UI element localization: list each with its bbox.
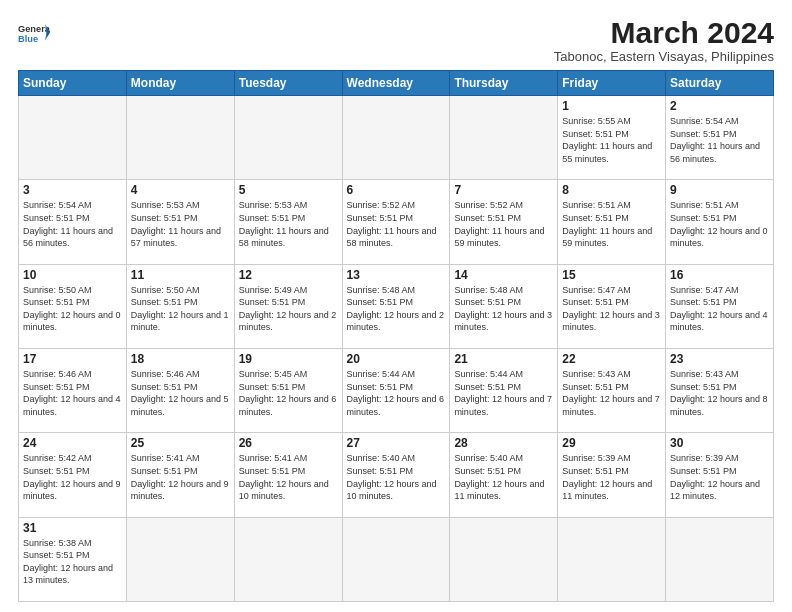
day-info: Sunrise: 5:53 AM Sunset: 5:51 PM Dayligh… xyxy=(239,199,338,249)
calendar-day-cell: 14Sunrise: 5:48 AM Sunset: 5:51 PM Dayli… xyxy=(450,264,558,348)
title-block: March 2024 Tabonoc, Eastern Visayas, Phi… xyxy=(554,16,774,64)
calendar-day-cell: 19Sunrise: 5:45 AM Sunset: 5:51 PM Dayli… xyxy=(234,348,342,432)
day-info: Sunrise: 5:38 AM Sunset: 5:51 PM Dayligh… xyxy=(23,537,122,587)
calendar-day-cell: 23Sunrise: 5:43 AM Sunset: 5:51 PM Dayli… xyxy=(666,348,774,432)
day-info: Sunrise: 5:55 AM Sunset: 5:51 PM Dayligh… xyxy=(562,115,661,165)
calendar-day-cell xyxy=(234,96,342,180)
day-info: Sunrise: 5:52 AM Sunset: 5:51 PM Dayligh… xyxy=(454,199,553,249)
day-number: 16 xyxy=(670,268,769,282)
day-info: Sunrise: 5:48 AM Sunset: 5:51 PM Dayligh… xyxy=(347,284,446,334)
day-number: 23 xyxy=(670,352,769,366)
day-info: Sunrise: 5:48 AM Sunset: 5:51 PM Dayligh… xyxy=(454,284,553,334)
day-info: Sunrise: 5:54 AM Sunset: 5:51 PM Dayligh… xyxy=(670,115,769,165)
calendar-day-cell: 4Sunrise: 5:53 AM Sunset: 5:51 PM Daylig… xyxy=(126,180,234,264)
day-number: 30 xyxy=(670,436,769,450)
day-info: Sunrise: 5:47 AM Sunset: 5:51 PM Dayligh… xyxy=(562,284,661,334)
calendar-day-cell: 28Sunrise: 5:40 AM Sunset: 5:51 PM Dayli… xyxy=(450,433,558,517)
day-info: Sunrise: 5:39 AM Sunset: 5:51 PM Dayligh… xyxy=(670,452,769,502)
calendar-day-cell xyxy=(342,517,450,601)
day-number: 4 xyxy=(131,183,230,197)
calendar-week-row: 1Sunrise: 5:55 AM Sunset: 5:51 PM Daylig… xyxy=(19,96,774,180)
day-info: Sunrise: 5:47 AM Sunset: 5:51 PM Dayligh… xyxy=(670,284,769,334)
calendar-day-cell: 18Sunrise: 5:46 AM Sunset: 5:51 PM Dayli… xyxy=(126,348,234,432)
calendar-day-cell: 26Sunrise: 5:41 AM Sunset: 5:51 PM Dayli… xyxy=(234,433,342,517)
calendar-header-wednesday: Wednesday xyxy=(342,71,450,96)
day-number: 17 xyxy=(23,352,122,366)
calendar-day-cell: 29Sunrise: 5:39 AM Sunset: 5:51 PM Dayli… xyxy=(558,433,666,517)
day-number: 9 xyxy=(670,183,769,197)
day-number: 8 xyxy=(562,183,661,197)
calendar-day-cell: 16Sunrise: 5:47 AM Sunset: 5:51 PM Dayli… xyxy=(666,264,774,348)
calendar-day-cell xyxy=(19,96,127,180)
day-number: 1 xyxy=(562,99,661,113)
page: General Blue March 2024 Tabonoc, Eastern… xyxy=(0,0,792,612)
calendar-header-friday: Friday xyxy=(558,71,666,96)
calendar-day-cell xyxy=(450,96,558,180)
day-number: 29 xyxy=(562,436,661,450)
calendar-day-cell: 12Sunrise: 5:49 AM Sunset: 5:51 PM Dayli… xyxy=(234,264,342,348)
day-info: Sunrise: 5:46 AM Sunset: 5:51 PM Dayligh… xyxy=(131,368,230,418)
calendar-header-tuesday: Tuesday xyxy=(234,71,342,96)
calendar-day-cell: 17Sunrise: 5:46 AM Sunset: 5:51 PM Dayli… xyxy=(19,348,127,432)
calendar-day-cell: 22Sunrise: 5:43 AM Sunset: 5:51 PM Dayli… xyxy=(558,348,666,432)
day-info: Sunrise: 5:44 AM Sunset: 5:51 PM Dayligh… xyxy=(454,368,553,418)
day-info: Sunrise: 5:43 AM Sunset: 5:51 PM Dayligh… xyxy=(562,368,661,418)
day-info: Sunrise: 5:44 AM Sunset: 5:51 PM Dayligh… xyxy=(347,368,446,418)
day-number: 13 xyxy=(347,268,446,282)
calendar-day-cell xyxy=(342,96,450,180)
calendar-day-cell: 3Sunrise: 5:54 AM Sunset: 5:51 PM Daylig… xyxy=(19,180,127,264)
day-number: 19 xyxy=(239,352,338,366)
day-number: 5 xyxy=(239,183,338,197)
subtitle: Tabonoc, Eastern Visayas, Philippines xyxy=(554,49,774,64)
logo: General Blue xyxy=(18,20,50,48)
calendar-day-cell: 5Sunrise: 5:53 AM Sunset: 5:51 PM Daylig… xyxy=(234,180,342,264)
day-number: 12 xyxy=(239,268,338,282)
calendar-week-row: 10Sunrise: 5:50 AM Sunset: 5:51 PM Dayli… xyxy=(19,264,774,348)
day-number: 18 xyxy=(131,352,230,366)
calendar-day-cell: 25Sunrise: 5:41 AM Sunset: 5:51 PM Dayli… xyxy=(126,433,234,517)
calendar-day-cell: 20Sunrise: 5:44 AM Sunset: 5:51 PM Dayli… xyxy=(342,348,450,432)
day-number: 20 xyxy=(347,352,446,366)
calendar-week-row: 31Sunrise: 5:38 AM Sunset: 5:51 PM Dayli… xyxy=(19,517,774,601)
day-number: 15 xyxy=(562,268,661,282)
day-info: Sunrise: 5:45 AM Sunset: 5:51 PM Dayligh… xyxy=(239,368,338,418)
calendar-day-cell: 13Sunrise: 5:48 AM Sunset: 5:51 PM Dayli… xyxy=(342,264,450,348)
calendar-day-cell: 15Sunrise: 5:47 AM Sunset: 5:51 PM Dayli… xyxy=(558,264,666,348)
day-number: 28 xyxy=(454,436,553,450)
calendar-day-cell: 6Sunrise: 5:52 AM Sunset: 5:51 PM Daylig… xyxy=(342,180,450,264)
day-info: Sunrise: 5:50 AM Sunset: 5:51 PM Dayligh… xyxy=(131,284,230,334)
calendar-day-cell xyxy=(666,517,774,601)
calendar-header-saturday: Saturday xyxy=(666,71,774,96)
calendar-day-cell: 2Sunrise: 5:54 AM Sunset: 5:51 PM Daylig… xyxy=(666,96,774,180)
day-info: Sunrise: 5:51 AM Sunset: 5:51 PM Dayligh… xyxy=(562,199,661,249)
header: General Blue March 2024 Tabonoc, Eastern… xyxy=(18,16,774,64)
calendar-day-cell: 1Sunrise: 5:55 AM Sunset: 5:51 PM Daylig… xyxy=(558,96,666,180)
svg-text:General: General xyxy=(18,24,50,34)
calendar-day-cell: 11Sunrise: 5:50 AM Sunset: 5:51 PM Dayli… xyxy=(126,264,234,348)
calendar-day-cell xyxy=(450,517,558,601)
generalblue-logo-icon: General Blue xyxy=(18,20,50,48)
calendar-header-thursday: Thursday xyxy=(450,71,558,96)
svg-text:Blue: Blue xyxy=(18,34,38,44)
calendar-day-cell: 9Sunrise: 5:51 AM Sunset: 5:51 PM Daylig… xyxy=(666,180,774,264)
calendar-day-cell xyxy=(234,517,342,601)
calendar-week-row: 24Sunrise: 5:42 AM Sunset: 5:51 PM Dayli… xyxy=(19,433,774,517)
day-info: Sunrise: 5:40 AM Sunset: 5:51 PM Dayligh… xyxy=(347,452,446,502)
calendar-day-cell: 7Sunrise: 5:52 AM Sunset: 5:51 PM Daylig… xyxy=(450,180,558,264)
calendar-header-monday: Monday xyxy=(126,71,234,96)
day-number: 31 xyxy=(23,521,122,535)
day-info: Sunrise: 5:53 AM Sunset: 5:51 PM Dayligh… xyxy=(131,199,230,249)
day-number: 2 xyxy=(670,99,769,113)
day-info: Sunrise: 5:39 AM Sunset: 5:51 PM Dayligh… xyxy=(562,452,661,502)
day-info: Sunrise: 5:51 AM Sunset: 5:51 PM Dayligh… xyxy=(670,199,769,249)
day-number: 6 xyxy=(347,183,446,197)
calendar-day-cell: 8Sunrise: 5:51 AM Sunset: 5:51 PM Daylig… xyxy=(558,180,666,264)
day-number: 27 xyxy=(347,436,446,450)
day-info: Sunrise: 5:50 AM Sunset: 5:51 PM Dayligh… xyxy=(23,284,122,334)
calendar-day-cell: 24Sunrise: 5:42 AM Sunset: 5:51 PM Dayli… xyxy=(19,433,127,517)
day-info: Sunrise: 5:52 AM Sunset: 5:51 PM Dayligh… xyxy=(347,199,446,249)
day-info: Sunrise: 5:46 AM Sunset: 5:51 PM Dayligh… xyxy=(23,368,122,418)
calendar-day-cell: 21Sunrise: 5:44 AM Sunset: 5:51 PM Dayli… xyxy=(450,348,558,432)
main-title: March 2024 xyxy=(554,16,774,49)
calendar-day-cell: 10Sunrise: 5:50 AM Sunset: 5:51 PM Dayli… xyxy=(19,264,127,348)
